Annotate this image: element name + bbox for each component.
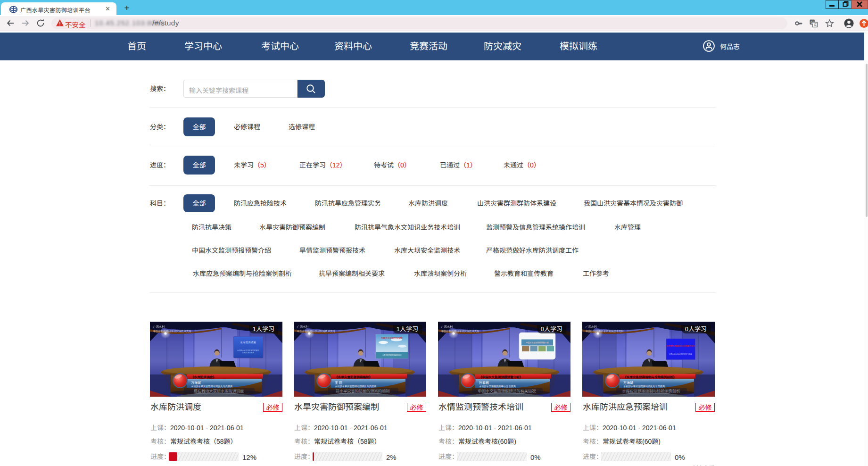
svg-text:《水库应急预案编制与抢险案例剖析》: 《水库应急预案编制与抢险案例剖析》	[623, 375, 676, 379]
svg-text:中国水文监测预报预警介绍: 中国水文监测预报预警介绍	[526, 341, 549, 344]
svg-text:万海斌 专员教高: 万海斌 专员教高	[242, 351, 255, 354]
svg-text:暴水旱灾害的防御的预案的编制: 暴水旱灾害的防御的预案的编制	[336, 389, 390, 393]
svg-text:水库防洪调度: 水库防洪调度	[240, 341, 256, 344]
svg-text:水利部水旱灾害防御司调度处专员教高: 水利部水旱灾害防御司调度处专员教高	[623, 385, 665, 388]
svg-text:水利部水旱灾害防御司防御处专员教高: 水利部水旱灾害防御司防御处专员教高	[335, 385, 376, 388]
svg-text:《水旱灾害防御预案编制》: 《水旱灾害防御预案编制》	[335, 375, 372, 379]
svg-text:《中国水文监测预报预警介绍》: 《中国水文监测预报预警介绍》	[479, 375, 522, 379]
svg-text:水利部水文情报预报中心主任教高: 水利部水文情报预报中心主任教高	[479, 385, 516, 388]
svg-text:广西水利: 广西水利	[153, 325, 165, 328]
svg-text:水旱灾害防御预案编制: 水旱灾害防御预案编制	[381, 337, 403, 339]
svg-text:广西水利: 广西水利	[441, 325, 453, 328]
svg-text:中国水文监测预报预警的有关情况: 中国水文监测预报预警的有关情况	[478, 389, 536, 393]
svg-text:广西水利: 广西水利	[586, 325, 597, 328]
svg-text:中国水利水电科学研究院技术支持: 中国水利水电科学研究院技术支持	[441, 330, 479, 333]
svg-text:现在我给大家讲水库防洪调度: 现在我给大家讲水库防洪调度	[194, 389, 244, 393]
svg-text:万海斌: 万海斌	[623, 381, 633, 384]
svg-text:中国水利水电科学研究院技术支持: 中国水利水电科学研究院技术支持	[153, 330, 191, 333]
svg-text:中国水利水电科学研究院技术支持: 中国水利水电科学研究院技术支持	[297, 330, 335, 333]
svg-text:水利部水旱灾害防御司调度处: 水利部水旱灾害防御司调度处	[237, 349, 259, 351]
svg-text:水库应急预案编制与检验案例剖析: 水库应急预案编制与检验案例剖析	[622, 389, 680, 393]
svg-text:水库应急预案编制与抢险案例剖析: 水库应急预案编制与抢险案例剖析	[666, 345, 695, 347]
svg-text:广西水利: 广西水利	[297, 325, 308, 328]
svg-text:王 翔: 王 翔	[335, 381, 342, 384]
svg-text:中国水利水电科学研究院 万海斌: 中国水利水电科学研究院 万海斌	[669, 353, 692, 355]
svg-text:《水库防洪调度》: 《水库防洪调度》	[191, 375, 216, 379]
svg-text:万海斌: 万海斌	[191, 381, 201, 384]
svg-text:水利部水旱灾害防御司调度处专员教高: 水利部水旱灾害防御司调度处专员教高	[191, 385, 232, 388]
svg-text:孙春鹏: 孙春鹏	[479, 381, 489, 384]
svg-text:中国水利水电科学研究院技术支持: 中国水利水电科学研究院技术支持	[586, 330, 624, 333]
svg-text:水旱灾害防御预案编制培训: 水旱灾害防御预案编制培训	[382, 354, 402, 356]
svg-text:文: 文	[814, 23, 817, 27]
